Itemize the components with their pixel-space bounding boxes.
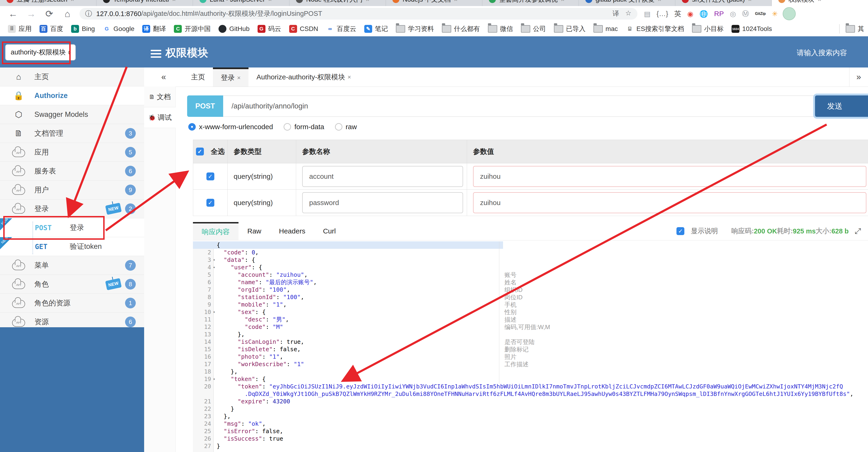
tab-close-icon[interactable]: × [347,74,351,81]
bookmark-item[interactable]: C开源中国 [174,24,211,33]
panel-tab-调试[interactable]: 🐞调试 [144,107,176,128]
address-bar[interactable]: ⓘ 127.0.0.1:8760 /api/gate/doc.html#/aut… [80,8,638,20]
bookmark-item[interactable]: ∞百度云 [326,24,356,33]
back-icon[interactable]: ← [8,9,18,19]
globe-extension-icon[interactable]: 🌐 [700,10,708,18]
tabbar-expand-icon[interactable]: » [849,67,868,87]
browser-tab-close-icon[interactable]: × [268,0,272,3]
reader-extension-icon[interactable]: ▤ [644,10,650,18]
sidebar-item[interactable]: API用户9 [0,180,144,199]
browser-tab-close-icon[interactable]: × [561,0,564,3]
browser-tab[interactable]: 豆瓣 注册/sLeach× [0,0,96,6]
bookmark-item[interactable]: ⌺ES搜索引擎文档 [626,24,684,33]
body-type-radio-x-www-form-urlencoded[interactable]: x-www-form-urlencoded [188,123,273,131]
browser-tab[interactable]: Luna - JumpServer× [193,0,289,6]
bookmark-item[interactable]: 公司 [521,24,546,33]
json-extension-icon[interactable]: {…} [656,10,668,18]
param-value-input[interactable]: zuihou [473,166,866,187]
bookmark-item[interactable]: 微信 [488,24,513,33]
request-url-input[interactable]: /api/authority/anno/login [223,95,824,117]
bookmark-item[interactable]: 已导入 [554,24,586,33]
browser-tab[interactable]: 权限模块× [772,0,868,6]
fold-caret-icon[interactable]: ▾ [213,264,215,271]
sidebar-item[interactable]: 🗎文档管理3 [0,124,144,143]
body-type-radio-raw[interactable]: raw [335,123,357,131]
param-name-input[interactable]: password [302,192,463,213]
fold-caret-icon[interactable]: ▾ [213,308,215,316]
chrome-extension-icon[interactable]: ◉ [687,10,693,18]
param-name-input[interactable]: account [302,166,463,187]
translate-icon[interactable]: 译 [613,9,619,19]
param-checkbox[interactable]: ✓ [207,199,214,207]
bookmark-item[interactable]: G码云 [257,24,281,33]
profile-avatar[interactable] [783,7,796,20]
sidebar-item[interactable]: API角色NEW8 [0,275,144,294]
forward-icon[interactable]: → [26,9,36,19]
response-tab-Raw[interactable]: Raw [239,222,270,240]
tabbar-collapse-icon[interactable]: « [144,67,183,87]
bookmark-item[interactable]: 译翻译 [142,24,166,33]
show-desc-checkbox[interactable]: ✓ [677,227,684,235]
expand-icon[interactable]: ⤢ [855,226,861,236]
bookmark-star-icon[interactable]: ☆ [625,9,631,19]
param-value-input[interactable]: zuihou [473,192,866,213]
bookmark-item[interactable]: 小目标 [692,24,724,33]
param-checkbox[interactable]: ✓ [207,172,214,180]
sidebar-endpoint-get[interactable]: NEWGET验证token [0,237,144,256]
fold-caret-icon[interactable]: ▾ [213,256,215,264]
asterisk-extension-icon[interactable]: ✳ [772,10,778,18]
bookmark-item[interactable]: GitHub [218,25,249,33]
bookmark-item[interactable]: ✎笔记 [364,24,388,33]
header-search-input[interactable]: 请输入搜索内容 [797,48,847,58]
bookmark-item[interactable]: 学习资料 [396,24,434,33]
sidebar-item[interactable]: API服务表6 [0,162,144,180]
browser-tab[interactable]: Nodejs 中文文档× [386,0,482,6]
response-tab-响应内容[interactable]: 响应内容 [193,222,239,240]
sidebar-item[interactable]: API角色的资源1 [0,294,144,313]
content-tab[interactable]: Authorize-authority-权限模块× [248,67,359,87]
bookmark-item[interactable]: CCSDN [289,25,318,33]
browser-tab-close-icon[interactable]: × [658,0,661,3]
reload-icon[interactable]: ⟳ [44,8,54,19]
bookmark-item[interactable]: GGoogle [103,25,134,33]
body-type-radio-form-data[interactable]: form-data [284,123,324,131]
content-tab[interactable]: 登录× [213,67,248,87]
browser-tab[interactable]: sh文件迁入 (pack)× [675,0,772,6]
bookmark-item[interactable]: mac [593,25,618,33]
tab-close-icon[interactable]: × [237,74,241,82]
bookmark-item[interactable]: 10241024Tools [732,25,772,33]
send-button[interactable]: 发送 [815,95,868,117]
browser-tab-close-icon[interactable]: × [818,0,821,3]
browser-tab-close-icon[interactable]: × [71,0,74,3]
response-tab-Headers[interactable]: Headers [270,222,314,240]
browser-tab-close-icon[interactable]: × [172,0,176,3]
hamburger-icon[interactable] [151,48,161,60]
bookmarks-overflow[interactable]: 其 [839,24,864,33]
response-json-editor[interactable]: 1▾23▾4▾5678910▾111213141516171819▾202122… [193,242,868,452]
browser-tab[interactable]: 整套高并发参数调优× [482,0,579,6]
browser-tab-close-icon[interactable]: × [454,0,458,3]
sidebar-item[interactable]: API菜单7 [0,256,144,275]
browser-tab[interactable]: gitlab pack 文件恢复× [579,0,675,6]
ring-extension-icon[interactable]: ◎ [730,10,736,18]
page-info-icon[interactable]: ⓘ [85,9,92,19]
browser-tab-close-icon[interactable]: × [748,0,751,3]
sidebar-item[interactable]: 🔒Authorize [0,86,144,105]
bookmark-item[interactable]: bBing [71,25,95,33]
sidebar-item[interactable]: API应用5 [0,143,144,162]
panel-tab-文档[interactable]: 🗎文档 [144,87,176,107]
sidebar-item[interactable]: ⌂主页 [0,67,144,86]
sidebar-item[interactable]: API登录NEW2 [0,199,144,218]
fold-caret-icon[interactable]: ▾ [213,375,215,383]
en-translate-extension-icon[interactable]: 英 [674,9,681,19]
bookmark-item[interactable]: ⠿应用 [8,24,32,33]
gitzip-extension-icon[interactable]: GitZip [755,12,766,16]
response-tab-Curl[interactable]: Curl [314,222,344,240]
bookmark-item[interactable]: 百百度 [39,24,63,33]
sidebar-item[interactable]: ⬡Swagger Models [0,105,144,124]
browser-tab[interactable]: Temporary Interacti× [96,0,193,6]
bookmark-item[interactable]: 什么都有 [442,24,480,33]
home-icon[interactable]: ⌂ [62,9,72,19]
content-tab[interactable]: 主页 [183,67,213,87]
select-all-checkbox[interactable]: ✓ [196,147,204,156]
